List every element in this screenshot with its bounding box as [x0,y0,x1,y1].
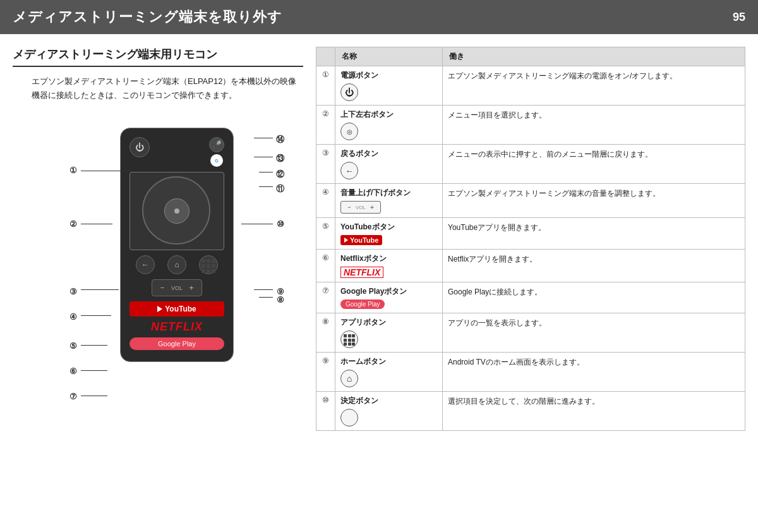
row-name: Google PlayボタンGoogle Play [335,282,443,313]
row-icon [340,330,437,348]
table-row: ①電源ボタン⏻エプソン製メディアストリーミング端末の電源をオン/オフします。 [316,66,745,106]
line-1 [81,171,131,171]
callout-6: ⑥ [69,366,77,376]
remote-section: ① ② ③ ④ ⑤ ⑥ ⑦ ⑭ ⑬ ⑫ ⑪ ⑩ ⑨ ⑧ [13,115,303,431]
row-number: ② [316,106,335,145]
row-name: アプリボタン [335,313,443,353]
row-desc: エプソン製メディアストリーミング端末の電源をオン/オフします。 [443,66,745,106]
section-title: メディアストリーミング端末用リモコン [13,47,303,67]
left-panel: メディアストリーミング端末用リモコン エプソン製メディアストリーミング端末（EL… [13,47,303,431]
row-icon: NETFLIX [340,264,437,278]
row-number: ⑩ [316,392,335,431]
row-name: NetflixボタンNETFLIX [335,250,443,282]
row-icon: ⌂ [340,370,437,387]
col-name-header: 名称 [335,47,443,66]
description: エプソン製メディアストリーミング端末（ELPAP12）を本機以外の映像機器に接続… [13,75,303,102]
col-desc-header: 働き [443,47,745,66]
right-panel: 名称 働き ①電源ボタン⏻エプソン製メディアストリーミング端末の電源をオン/オフ… [316,47,745,431]
table-row: ⑥NetflixボタンNETFLIXNetflixアプリを開きます。 [316,250,745,282]
google-assistant-button[interactable]: G [210,154,223,167]
line-11 [259,186,273,187]
row-desc: アプリの一覧を表示します。 [443,313,745,353]
row-number: ① [316,66,335,106]
line-12 [259,172,273,172]
table-row: ④音量上げ/下げボタン－VOL＋エプソン製メディアストリーミング端末の音量を調整… [316,184,745,218]
row-icon [340,409,437,426]
power-button[interactable]: ⏻ [129,137,150,157]
col-num-header [316,47,335,66]
row-number: ⑦ [316,282,335,313]
mic-button[interactable]: 🎤 [209,137,224,152]
googleplay-button[interactable]: Google Play [129,337,224,350]
row-number: ⑧ [316,313,335,353]
row-number: ⑤ [316,218,335,250]
row-desc: 選択項目を決定して、次の階層に進みます。 [443,392,745,431]
table-row: ⑩決定ボタン選択項目を決定して、次の階層に進みます。 [316,392,745,431]
line-7 [81,396,107,396]
row-name: 音量上げ/下げボタン－VOL＋ [335,184,443,218]
row-number: ④ [316,184,335,218]
row-icon: －VOL＋ [340,198,437,214]
apps-button[interactable] [199,255,218,274]
callout-10: ⑩ [277,219,284,229]
volume-control[interactable]: － VOL ＋ [152,279,202,296]
line-6 [81,370,107,371]
callout-13: ⑬ [276,153,284,164]
table-row: ②上下左右ボタン◎メニュー項目を選択します。 [316,106,745,145]
row-icon: Google Play [340,297,437,309]
row-desc: Netflixアプリを開きます。 [443,250,745,282]
table-row: ⑨ホームボタン⌂Android TVのホーム画面を表示します。 [316,353,745,392]
row-name: 電源ボタン⏻ [335,66,443,106]
row-name: 戻るボタン← [335,145,443,184]
row-number: ③ [316,145,335,184]
line-8 [259,297,273,298]
row-desc: エプソン製メディアストリーミング端末の音量を調整します。 [443,184,745,218]
line-14 [254,138,273,138]
row-icon: ⏻ [340,83,437,101]
row-icon: YouTube [340,233,437,245]
table-row: ③戻るボタン←メニューの表示中に押すと、前のメニュー階層に戻ります。 [316,145,745,184]
netflix-button[interactable]: NETFLIX [129,320,224,334]
remote-body: ⏻ 🎤 G [120,128,234,362]
table-row: ⑧アプリボタンアプリの一覧を表示します。 [316,313,745,353]
row-name: 決定ボタン [335,392,443,431]
info-table: 名称 働き ①電源ボタン⏻エプソン製メディアストリーミング端末の電源をオン/オフ… [316,47,745,431]
page-title: メディアストリーミング端末を取り外す [13,8,282,27]
main-content: メディアストリーミング端末用リモコン エプソン製メディアストリーミング端末（EL… [0,34,758,444]
table-row: ⑤YouTubeボタンYouTubeYouTubeアプリを開きます。 [316,218,745,250]
line-13 [254,157,273,157]
callout-11: ⑪ [276,183,284,195]
youtube-button[interactable]: YouTube [129,301,224,317]
row-desc: メニューの表示中に押すと、前のメニュー階層に戻ります。 [443,145,745,184]
row-desc: Google Playに接続します。 [443,282,745,313]
line-10 [241,224,273,224]
row-desc: Android TVのホーム画面を表示します。 [443,353,745,392]
callout-1: ① [69,166,77,175]
page-number: 95 [733,11,745,24]
row-name: 上下左右ボタン◎ [335,106,443,145]
row-name: YouTubeボタンYouTube [335,218,443,250]
back-button[interactable]: ← [136,255,155,274]
row-icon: ← [340,162,437,179]
table-row: ⑦Google PlayボタンGoogle PlayGoogle Playに接続… [316,282,745,313]
row-name: ホームボタン⌂ [335,353,443,392]
row-desc: YouTubeアプリを開きます。 [443,218,745,250]
row-number: ⑥ [316,250,335,282]
page-header: メディアストリーミング端末を取り外す 95 [0,0,758,34]
row-desc: メニュー項目を選択します。 [443,106,745,145]
row-icon: ◎ [340,123,437,140]
callout-8: ⑧ [277,295,284,305]
callout-7: ⑦ [69,392,77,401]
line-3 [81,289,119,290]
dpad[interactable] [142,176,212,246]
callout-14: ⑭ [276,134,284,145]
home-button[interactable]: ⌂ [167,255,186,274]
callout-4: ④ [69,312,77,322]
callout-3: ③ [69,287,77,296]
line-9 [254,289,273,290]
callout-2: ② [69,219,77,229]
row-number: ⑨ [316,353,335,392]
line-2 [81,224,112,224]
callout-5: ⑤ [69,341,77,351]
line-5 [81,345,107,346]
